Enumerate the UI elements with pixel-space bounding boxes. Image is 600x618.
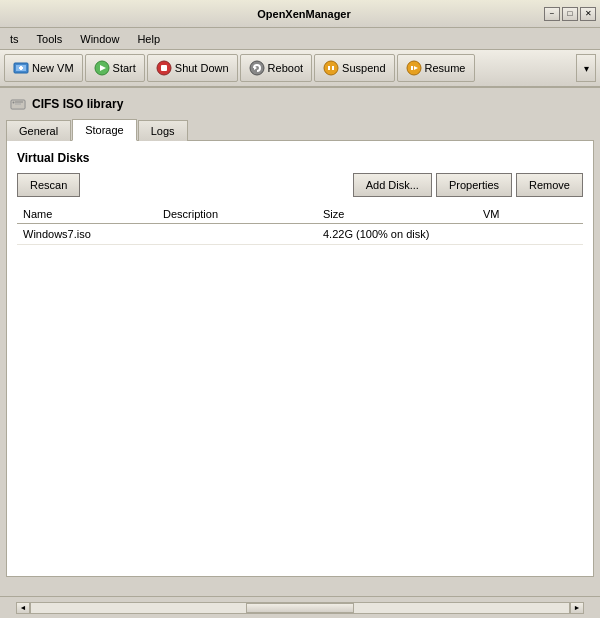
reboot-label: Reboot: [268, 62, 303, 74]
svg-rect-12: [332, 66, 334, 70]
resume-button[interactable]: Resume: [397, 54, 475, 82]
scrollbar-thumb[interactable]: [246, 603, 354, 613]
right-buttons: Add Disk... Properties Remove: [353, 173, 583, 197]
reboot-icon: [249, 60, 265, 76]
start-label: Start: [113, 62, 136, 74]
toolbar-dropdown[interactable]: ▾: [576, 54, 596, 82]
svg-rect-14: [411, 66, 413, 70]
horizontal-scrollbar[interactable]: [30, 602, 570, 614]
window-controls: − □ ✕: [544, 7, 596, 21]
svg-rect-7: [161, 65, 167, 71]
reboot-button[interactable]: Reboot: [240, 54, 312, 82]
disk-description: [157, 224, 317, 245]
disk-size: 4.22G (100% on disk): [317, 224, 477, 245]
remove-button[interactable]: Remove: [516, 173, 583, 197]
content-area: CIFS ISO library General Storage Logs Vi…: [0, 88, 600, 596]
new-vm-label: New VM: [32, 62, 74, 74]
section-title: Virtual Disks: [17, 151, 583, 165]
menu-bar: ts Tools Window Help: [0, 28, 600, 50]
app-title: OpenXenManager: [64, 8, 544, 20]
disk-vm: [477, 224, 583, 245]
minimize-button[interactable]: −: [544, 7, 560, 21]
svg-rect-19: [15, 102, 23, 103]
svg-point-18: [13, 102, 15, 104]
menu-window[interactable]: Window: [72, 31, 127, 47]
col-name: Name: [17, 205, 157, 224]
start-icon: [94, 60, 110, 76]
suspend-label: Suspend: [342, 62, 385, 74]
shutdown-label: Shut Down: [175, 62, 229, 74]
action-buttons: Rescan Add Disk... Properties Remove: [17, 173, 583, 197]
title-bar: OpenXenManager − □ ✕: [0, 0, 600, 28]
maximize-button[interactable]: □: [562, 7, 578, 21]
menu-ts[interactable]: ts: [2, 31, 27, 47]
tab-storage[interactable]: Storage: [72, 119, 137, 141]
resume-icon: [406, 60, 422, 76]
cifs-library-icon: [10, 96, 26, 112]
tab-bar: General Storage Logs: [6, 118, 594, 141]
storage-panel: Virtual Disks Rescan Add Disk... Propert…: [6, 141, 594, 577]
virtual-disks-table: Name Description Size VM Windows7.iso 4.…: [17, 205, 583, 245]
col-size: Size: [317, 205, 477, 224]
properties-button[interactable]: Properties: [436, 173, 512, 197]
col-description: Description: [157, 205, 317, 224]
svg-point-10: [324, 61, 338, 75]
suspend-button[interactable]: Suspend: [314, 54, 394, 82]
new-vm-button[interactable]: New VM: [4, 54, 83, 82]
toolbar: New VM Start Shut Down: [0, 50, 600, 88]
shutdown-icon: [156, 60, 172, 76]
disk-name: Windows7.iso: [17, 224, 157, 245]
tab-logs[interactable]: Logs: [138, 120, 188, 141]
panel-header: CIFS ISO library: [6, 94, 594, 114]
rescan-button[interactable]: Rescan: [17, 173, 80, 197]
scrollbar-area: ◄ ►: [0, 596, 600, 618]
svg-rect-3: [20, 66, 22, 70]
menu-help[interactable]: Help: [129, 31, 168, 47]
new-vm-icon: [13, 60, 29, 76]
shutdown-button[interactable]: Shut Down: [147, 54, 238, 82]
svg-rect-11: [328, 66, 330, 70]
resume-label: Resume: [425, 62, 466, 74]
menu-tools[interactable]: Tools: [29, 31, 71, 47]
scroll-left-button[interactable]: ◄: [16, 602, 30, 614]
panel-title: CIFS ISO library: [32, 97, 123, 111]
svg-rect-20: [15, 104, 21, 105]
start-button[interactable]: Start: [85, 54, 145, 82]
table-row[interactable]: Windows7.iso 4.22G (100% on disk): [17, 224, 583, 245]
scroll-right-button[interactable]: ►: [570, 602, 584, 614]
tab-general[interactable]: General: [6, 120, 71, 141]
suspend-icon: [323, 60, 339, 76]
add-disk-button[interactable]: Add Disk...: [353, 173, 432, 197]
close-button[interactable]: ✕: [580, 7, 596, 21]
col-vm: VM: [477, 205, 583, 224]
